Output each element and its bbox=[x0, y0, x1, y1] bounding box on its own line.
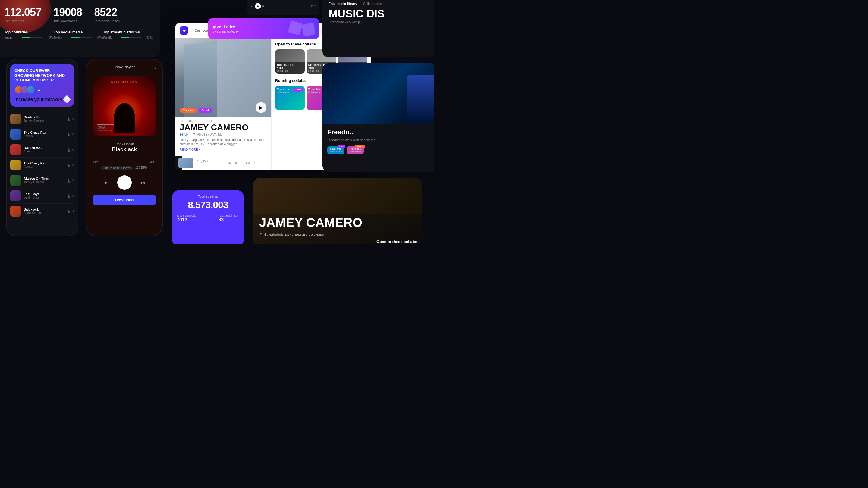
advisory-badge: PARENTALADVISORYEXPLICIT CONTENT bbox=[97, 124, 114, 132]
top-social-title: Top social media bbox=[54, 30, 103, 34]
collab-thumb-1[interactable]: NOTHING LIKE YOU Fixed Fee bbox=[275, 50, 305, 73]
playlist-container: Cinderella Jamey Camero ✕ The Crazy Rap … bbox=[10, 111, 74, 219]
mini-player-time: 1:02 bbox=[310, 4, 316, 7]
running-badge-1: Artist bbox=[293, 88, 303, 92]
location-icon: 📍 bbox=[192, 133, 196, 136]
playlist-title-0: Cinderella bbox=[24, 116, 63, 119]
artist-name: JAMEY CAMERO bbox=[180, 123, 267, 132]
top-platforms: Top stream platforms Spotify 42% bbox=[103, 30, 153, 41]
artist-profile-tags: 📍 The Netherlands Dance Electronic Deep … bbox=[259, 233, 324, 236]
remove-icon-6[interactable]: ✕ bbox=[71, 209, 74, 213]
running-collabs-title: Running collabs bbox=[275, 78, 306, 83]
dance-tag: Dance bbox=[285, 233, 293, 236]
country-name: Ireland bbox=[4, 36, 19, 39]
promo-card[interactable]: give it a try by signing up today. bbox=[208, 18, 319, 39]
collaboration-tab[interactable]: Collaboration bbox=[363, 2, 383, 5]
diamond-icon bbox=[63, 95, 71, 104]
promo-shape-1 bbox=[288, 21, 303, 35]
network-banner[interactable]: CHECK OUR EVER GROWING NETWORK AND BECOM… bbox=[10, 64, 74, 107]
track-meta: Future bass, Electro 126 BPM bbox=[87, 166, 162, 173]
mini-player-progress[interactable] bbox=[268, 6, 308, 6]
playlist-actions-1: ✕ bbox=[66, 132, 74, 136]
playlist-artist-5: Death Grips bbox=[24, 196, 63, 199]
waveform-icon-4 bbox=[66, 178, 70, 183]
playlist-item-2[interactable]: BAD NEWS Aries ✕ bbox=[10, 142, 74, 158]
analytics-bottom-row: Top countries Ireland 42% Top social med… bbox=[4, 30, 153, 41]
music-dis-title: MUSIC DIS bbox=[329, 8, 431, 19]
artist-bio: Jamey is arguably the most influential s… bbox=[180, 138, 267, 147]
mini-prev-icon[interactable]: ⏮ bbox=[227, 161, 232, 165]
location-text: AMSTERDAM, NL bbox=[197, 133, 222, 136]
playlist-actions-0: ✕ bbox=[66, 117, 74, 121]
mini-repeat-icon[interactable]: ⟳ bbox=[253, 161, 256, 165]
pause-button[interactable]: ⏸ bbox=[117, 175, 132, 190]
mini-close-icon[interactable]: ✕ bbox=[234, 161, 238, 165]
playlist-phone: CHECK OUR EVER GROWING NETWORK AND BECOM… bbox=[6, 59, 79, 236]
track-controls: ⏮ ⏸ ⏭ bbox=[87, 173, 162, 192]
mini-prev-btn[interactable]: ⏮ bbox=[251, 4, 254, 8]
playlist-info-1: The Crazy Rap Aminee bbox=[24, 131, 63, 138]
social-platform: Twitter bbox=[54, 36, 69, 39]
right-running-collabs: Artist Track title Artist name Creator T… bbox=[327, 146, 432, 154]
playlist-actions-2: ✕ bbox=[66, 148, 74, 152]
playlist-item-1[interactable]: The Crazy Rap Aminee ✕ bbox=[10, 127, 74, 142]
waveform-icon-1 bbox=[66, 132, 70, 136]
promo-decorative-shapes bbox=[289, 22, 315, 36]
playlist-info-5: Lost Boys Death Grips bbox=[24, 192, 63, 199]
running-thumb-1[interactable]: Artist Track title Artist name bbox=[275, 86, 305, 110]
remove-icon-5[interactable]: ✕ bbox=[71, 194, 74, 198]
right-track-artist-1: Artist name bbox=[330, 150, 342, 153]
free-music-tab[interactable]: Free music library bbox=[329, 2, 357, 5]
daily-pick-label: Daily Pick bbox=[196, 160, 224, 163]
music-library-panel: Free music library Collaboration MUSIC D… bbox=[322, 0, 434, 57]
remove-icon-0[interactable]: ✕ bbox=[71, 117, 74, 121]
playlist-title-2: BAD NEWS bbox=[24, 146, 63, 150]
play-button-overlay[interactable]: ▶ bbox=[255, 102, 267, 113]
playlist-item-0[interactable]: Cinderella Jamey Camero ✕ bbox=[10, 111, 74, 127]
artist-info: FASHION & LIFESTYLE JAMEY CAMERO 👥 5M 📍 … bbox=[175, 117, 271, 155]
prev-button[interactable]: ⏮ bbox=[100, 177, 111, 188]
playlist-item-6[interactable]: Balckjack Frank Ocean ✕ bbox=[10, 204, 74, 219]
right-collab-item-1[interactable]: Artist Track title Artist name bbox=[327, 146, 344, 154]
playlist-item-3[interactable]: The Crazy Rap Ratata ✕ bbox=[10, 158, 74, 173]
network-cta[interactable]: Increase your network › bbox=[14, 96, 70, 102]
app-logo[interactable]: ◆ bbox=[180, 26, 188, 35]
analytics-stats-row: 112.057 Total streams 19008 Total downlo… bbox=[4, 6, 153, 23]
playlist-thumb-4 bbox=[10, 175, 21, 186]
read-more-link[interactable]: READ MORE + bbox=[180, 148, 200, 151]
right-collab-desc: Freedom to work with people that... bbox=[327, 138, 432, 142]
now-playing-label: Now Playing bbox=[97, 65, 153, 69]
waveform-icon-3 bbox=[66, 163, 70, 167]
waveform-icon-0 bbox=[66, 117, 70, 121]
time-total: 3:12 bbox=[150, 160, 156, 164]
chevron-down-icon[interactable]: ⌄ bbox=[153, 64, 157, 70]
playlist-artist-0: Jamey Camero bbox=[24, 119, 63, 122]
top-platforms-title: Top stream platforms bbox=[103, 30, 153, 34]
streams-label: Total streams bbox=[4, 19, 41, 23]
next-button[interactable]: ⏭ bbox=[138, 177, 149, 188]
playlist-thumb-5 bbox=[10, 190, 21, 201]
waveform-icon-2 bbox=[66, 148, 70, 152]
remove-icon-3[interactable]: ✕ bbox=[71, 163, 74, 167]
playlist-item-4[interactable]: Always On Time Jamey Camero ✕ bbox=[10, 173, 74, 188]
remove-icon-1[interactable]: ✕ bbox=[71, 132, 74, 136]
right-collab-item-2[interactable]: Creator Track title Artist name bbox=[347, 146, 364, 154]
remove-icon-2[interactable]: ✕ bbox=[71, 148, 74, 152]
playlist-info-4: Always On Time Jamey Camero bbox=[24, 177, 63, 184]
mini-next-btn[interactable]: ⏭ bbox=[262, 4, 265, 8]
social-stat: 8522 Total social reach bbox=[94, 6, 120, 23]
track-progress[interactable]: 1:03 3:12 bbox=[87, 155, 162, 166]
mini-next-icon[interactable]: ⏭ bbox=[246, 161, 250, 165]
artist-genre: FASHION & LIFESTYLE bbox=[180, 120, 267, 123]
open-collabs-title: Open to these collabs bbox=[275, 42, 316, 46]
hero-tags: Creator Artist bbox=[180, 108, 212, 113]
avatar-plus-count: +3 bbox=[36, 88, 40, 92]
playlist-item-5[interactable]: Lost Boys Death Grips ✕ bbox=[10, 188, 74, 204]
playlist-actions-4: ✕ bbox=[66, 178, 74, 183]
remove-icon-4[interactable]: ✕ bbox=[71, 178, 74, 183]
mini-play-btn[interactable]: ▶ bbox=[255, 3, 261, 9]
playlist-thumb-2 bbox=[10, 144, 21, 155]
mini-play-icon[interactable]: ▶ bbox=[240, 161, 244, 165]
download-button[interactable]: Download bbox=[93, 195, 156, 205]
analytics-card: 112.057 Total streams 19008 Total downlo… bbox=[0, 0, 160, 57]
